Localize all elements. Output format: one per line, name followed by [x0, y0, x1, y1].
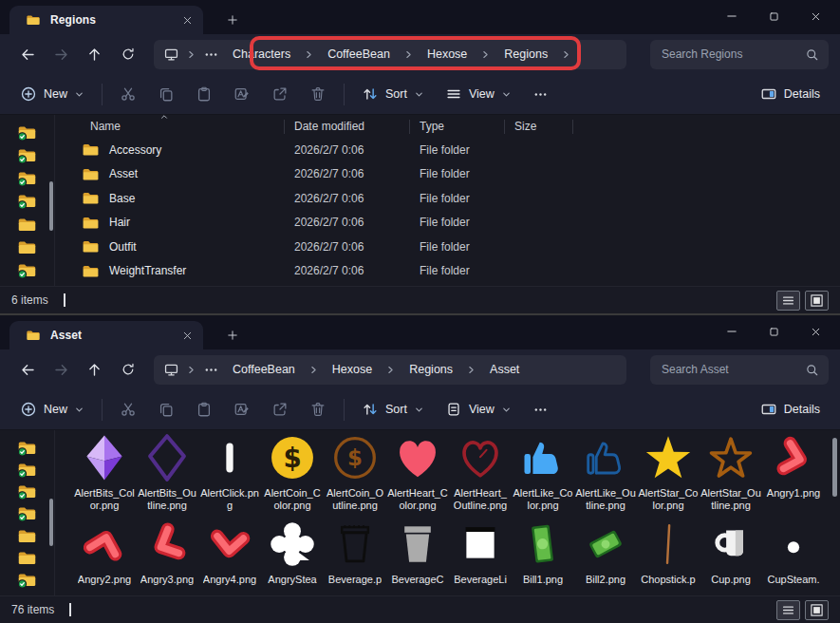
delete-button[interactable] — [299, 79, 337, 109]
close-window-button[interactable] — [794, 315, 836, 348]
chevron-right-icon[interactable] — [561, 49, 571, 60]
new-tab-button[interactable] — [226, 13, 239, 27]
sort-button[interactable]: Sort — [351, 79, 435, 109]
chevron-right-icon[interactable] — [480, 49, 491, 60]
file-item[interactable]: Chopstick.p — [637, 519, 700, 586]
address-bar[interactable]: CharactersCoffeeBeanHexoseRegions — [154, 40, 626, 69]
nav-pane-folder-icon[interactable] — [17, 123, 37, 142]
chevron-right-icon[interactable] — [403, 49, 414, 60]
file-item[interactable]: Beverage.p — [324, 519, 386, 586]
nav-pane-folder-icon[interactable] — [17, 191, 37, 211]
file-item[interactable]: AlertStar_Color.png — [637, 433, 700, 511]
chevron-right-icon[interactable] — [186, 365, 196, 375]
column-header-date[interactable]: Date modified — [285, 120, 410, 134]
breadcrumb-item[interactable]: Characters — [226, 45, 297, 64]
new-button[interactable]: New — [9, 394, 95, 425]
nav-pane-folder-icon[interactable] — [17, 460, 37, 480]
large-icons-view-toggle[interactable] — [805, 600, 829, 620]
tab-regions[interactable]: Regions — [9, 6, 203, 34]
breadcrumb-item[interactable]: CoffeeBean — [321, 45, 397, 64]
cut-button[interactable] — [109, 79, 147, 109]
column-header-type[interactable]: Type — [410, 120, 505, 134]
close-tab-icon[interactable] — [181, 330, 194, 342]
close-window-button[interactable] — [794, 0, 836, 32]
search-icon[interactable] — [805, 47, 819, 62]
more-options-button[interactable] — [522, 394, 560, 425]
address-bar[interactable]: CoffeeBeanHexoseRegionsAsset — [154, 355, 626, 385]
large-icons-view-toggle[interactable] — [805, 291, 829, 311]
rename-button[interactable] — [223, 394, 261, 425]
maximize-button[interactable] — [753, 315, 794, 348]
nav-pane-scrollbar[interactable] — [49, 499, 53, 546]
file-item[interactable]: AlertStar_Outline.png — [700, 433, 762, 511]
file-item[interactable]: Angry1.png — [762, 433, 825, 511]
view-button[interactable]: View — [435, 79, 522, 109]
cut-button[interactable] — [109, 394, 147, 425]
file-row[interactable]: Accessory 2026/2/7 0:06 File folder — [55, 138, 840, 162]
file-item[interactable]: Cup.png — [700, 519, 762, 586]
breadcrumb-ellipsis[interactable] — [203, 362, 219, 378]
details-pane-button[interactable]: Details — [750, 394, 831, 425]
this-pc-icon[interactable] — [163, 47, 179, 63]
file-item[interactable]: CupSteam. — [762, 519, 825, 586]
up-button[interactable] — [78, 355, 111, 384]
paste-button[interactable] — [185, 394, 223, 425]
nav-pane-folder-icon[interactable] — [17, 145, 37, 165]
search-box[interactable]: Search Asset — [650, 355, 829, 385]
file-row[interactable]: Hair 2026/2/7 0:06 File folder — [55, 211, 840, 236]
file-item[interactable]: AlertBits_Color.png — [73, 433, 136, 511]
file-item[interactable]: AlertLike_Color.png — [512, 433, 574, 511]
vertical-scrollbar[interactable] — [832, 438, 837, 497]
file-item[interactable]: AlertLike_Outline.png — [574, 433, 637, 511]
nav-pane-folder-icon[interactable] — [17, 237, 37, 257]
nav-pane-scrollbar[interactable] — [49, 181, 53, 231]
nav-pane-folder-icon[interactable] — [17, 215, 37, 235]
minimize-button[interactable] — [711, 315, 753, 348]
file-item[interactable]: Angry4.png — [198, 519, 261, 586]
file-item[interactable]: Angry3.png — [136, 519, 198, 586]
paste-button[interactable] — [185, 79, 223, 109]
more-options-button[interactable] — [522, 79, 560, 109]
nav-pane-folder-icon[interactable] — [17, 503, 37, 523]
chevron-right-icon[interactable] — [304, 49, 314, 60]
file-row[interactable]: Outfit 2026/2/7 0:06 File folder — [55, 235, 840, 259]
new-button[interactable]: New — [9, 79, 95, 109]
file-item[interactable]: BeverageC — [386, 519, 449, 586]
file-item[interactable]: $ AlertCoin_Color.png — [261, 433, 324, 511]
breadcrumb-item[interactable]: Regions — [497, 45, 554, 64]
file-item[interactable]: AngryStea — [261, 519, 324, 586]
sort-button[interactable]: Sort — [351, 394, 435, 425]
breadcrumb-item[interactable]: Hexose — [420, 45, 474, 64]
file-row[interactable]: WeightTransfer 2026/2/7 0:06 File folder — [55, 259, 840, 284]
nav-pane-folder-icon[interactable] — [17, 438, 37, 458]
chevron-right-icon[interactable] — [385, 365, 396, 375]
chevron-right-icon[interactable] — [186, 49, 196, 60]
nav-pane-folder-icon[interactable] — [17, 260, 37, 280]
column-header-size[interactable]: Size — [505, 120, 573, 134]
back-button[interactable] — [11, 355, 45, 384]
file-item[interactable]: Bill1.png — [512, 519, 574, 586]
file-item[interactable]: AlertHeart_Color.png — [386, 433, 449, 511]
column-header-name[interactable]: Name — [55, 120, 285, 134]
copy-button[interactable] — [147, 394, 185, 425]
tab-asset[interactable]: Asset — [9, 321, 203, 349]
refresh-button[interactable] — [111, 355, 144, 384]
file-row[interactable]: Asset 2026/2/7 0:06 File folder — [55, 162, 840, 187]
forward-button[interactable] — [45, 40, 78, 68]
file-item[interactable]: AlertHeart_Outline.png — [449, 433, 512, 511]
file-item[interactable]: BeverageLi — [449, 519, 512, 586]
back-button[interactable] — [11, 40, 45, 68]
nav-pane-folder-icon[interactable] — [17, 526, 37, 546]
copy-button[interactable] — [147, 79, 185, 109]
nav-pane-folder-icon[interactable] — [17, 548, 37, 568]
chevron-right-icon[interactable] — [308, 365, 319, 375]
breadcrumb-item[interactable]: CoffeeBean — [226, 360, 302, 379]
view-button[interactable]: View — [435, 394, 522, 425]
details-view-toggle[interactable] — [776, 600, 800, 620]
breadcrumb-item[interactable]: Regions — [402, 360, 459, 379]
up-button[interactable] — [78, 40, 111, 68]
file-item[interactable]: AlertBits_Outline.png — [136, 433, 198, 511]
file-row[interactable]: Base 2026/2/7 0:06 File folder — [55, 186, 840, 211]
refresh-button[interactable] — [111, 40, 144, 68]
search-icon[interactable] — [805, 363, 819, 377]
